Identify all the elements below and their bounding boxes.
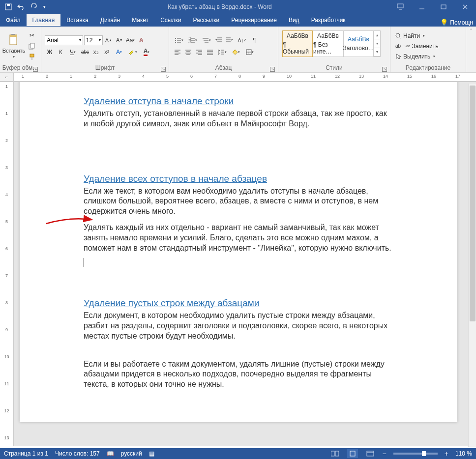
heading-1: Удаление отступа в начале строки bbox=[84, 96, 393, 107]
strike-button[interactable]: abc bbox=[80, 47, 90, 57]
svg-rect-6 bbox=[10, 35, 17, 37]
highlight-icon[interactable]: ▾ bbox=[126, 47, 139, 57]
multilevel-icon[interactable]: ▾ bbox=[200, 35, 213, 45]
status-words[interactable]: Число слов: 157 bbox=[55, 450, 100, 457]
maximize-icon[interactable] bbox=[433, 0, 454, 14]
page: Удаление отступа в начале строки Удалить… bbox=[20, 82, 457, 422]
italic-button[interactable]: К bbox=[56, 47, 65, 57]
select-button[interactable]: Выделить▾ bbox=[393, 52, 463, 61]
align-center-icon[interactable] bbox=[183, 47, 193, 57]
paste-button[interactable]: Вставить ▾ bbox=[2, 28, 26, 64]
text-cursor bbox=[84, 257, 393, 267]
subscript-button[interactable]: x₂ bbox=[91, 47, 101, 57]
close-icon[interactable] bbox=[454, 0, 476, 14]
shading-icon[interactable]: ▾ bbox=[230, 47, 242, 57]
tab-mailings[interactable]: Рассылки bbox=[187, 14, 225, 26]
tab-view[interactable]: Вид bbox=[283, 14, 305, 26]
font-color-icon[interactable]: A▾ bbox=[140, 47, 153, 57]
tab-design[interactable]: Дизайн bbox=[94, 14, 126, 26]
tab-insert[interactable]: Вставка bbox=[60, 14, 94, 26]
collapse-ribbon-icon[interactable]: ˆ bbox=[470, 29, 472, 34]
svg-point-12 bbox=[175, 42, 176, 43]
spellcheck-icon[interactable]: 📖 bbox=[107, 450, 114, 457]
document-viewport[interactable]: Удаление отступа в начале строки Удалить… bbox=[14, 82, 476, 446]
svg-rect-9 bbox=[30, 54, 34, 57]
paragraph-dialog-icon[interactable]: ↘ bbox=[270, 67, 275, 72]
grow-font-icon[interactable]: A▲ bbox=[104, 35, 114, 45]
titlebar: ▾ Как убрать абзац в Ворде.docx - Word bbox=[0, 0, 476, 14]
sort-icon[interactable]: A↓Z bbox=[236, 35, 248, 45]
ruler-horizontal[interactable]: 121234567891011121314151617 bbox=[14, 73, 476, 82]
tab-review[interactable]: Рецензирование bbox=[225, 14, 283, 26]
bullets-icon[interactable]: ▾ bbox=[173, 35, 185, 45]
heading-2: Удаление всех отступов в начале абзацев bbox=[84, 173, 393, 184]
group-font-label: Шрифт bbox=[95, 64, 115, 71]
svg-rect-3 bbox=[441, 5, 446, 9]
format-painter-icon[interactable] bbox=[27, 52, 37, 62]
help-icon[interactable]: 💡 bbox=[440, 19, 448, 26]
replace-button[interactable]: ab→acЗаменить bbox=[393, 42, 463, 51]
qat-more-icon[interactable]: ▾ bbox=[41, 1, 47, 12]
tab-file[interactable]: Файл bbox=[0, 14, 27, 26]
paragraph: Если и вы работаете с таким документом, … bbox=[84, 359, 393, 390]
web-layout-icon[interactable] bbox=[365, 449, 376, 458]
ribbon: Вставить ▾ ✂ Буфер обм…↘ Arial▾ 12▾ A▲ A… bbox=[0, 27, 476, 73]
style-heading1[interactable]: АаБбВв Заголово… bbox=[343, 30, 374, 57]
zoom-level[interactable]: 110 % bbox=[455, 450, 472, 457]
line-spacing-icon[interactable]: ▾ bbox=[216, 47, 229, 57]
paragraph: Удалять каждый из них отдельно - вариант… bbox=[84, 223, 393, 253]
cut-icon[interactable]: ✂ bbox=[27, 30, 37, 40]
text-effects-icon[interactable]: A▾ bbox=[113, 47, 125, 57]
indent-increase-icon[interactable] bbox=[225, 35, 235, 45]
shrink-font-icon[interactable]: A▼ bbox=[115, 35, 124, 45]
scrollbar-vertical[interactable] bbox=[468, 84, 476, 447]
ribbon-options-icon[interactable] bbox=[389, 0, 411, 14]
status-language[interactable]: русский bbox=[121, 450, 142, 457]
zoom-in-icon[interactable]: + bbox=[445, 450, 448, 458]
bold-button[interactable]: Ж bbox=[45, 47, 55, 57]
redo-icon[interactable] bbox=[29, 1, 39, 12]
zoom-slider[interactable] bbox=[393, 453, 438, 455]
save-icon[interactable] bbox=[3, 1, 14, 12]
numbering-icon[interactable]: 123▾ bbox=[186, 35, 199, 45]
undo-icon[interactable] bbox=[16, 1, 27, 12]
status-page[interactable]: Страница 1 из 1 bbox=[4, 450, 48, 457]
font-size-combo[interactable]: 12▾ bbox=[84, 35, 103, 45]
show-marks-icon[interactable]: ¶ bbox=[249, 35, 259, 45]
copy-icon[interactable] bbox=[27, 41, 37, 51]
change-case-icon[interactable]: Aa▾ bbox=[125, 35, 135, 45]
read-mode-icon[interactable] bbox=[329, 449, 340, 458]
superscript-button[interactable]: x² bbox=[102, 47, 112, 57]
font-name-combo[interactable]: Arial▾ bbox=[45, 35, 83, 45]
tab-developer[interactable]: Разработчик bbox=[305, 14, 352, 26]
style-normal[interactable]: АаБбВв ¶ Обычный bbox=[282, 30, 313, 57]
minimize-icon[interactable] bbox=[411, 0, 433, 14]
clipboard-dialog-icon[interactable]: ↘ bbox=[33, 67, 38, 72]
print-layout-icon[interactable] bbox=[347, 449, 358, 458]
svg-rect-19 bbox=[335, 451, 339, 456]
find-button[interactable]: Найти▾ bbox=[393, 31, 463, 40]
align-right-icon[interactable] bbox=[194, 47, 204, 57]
styles-dialog-icon[interactable]: ↘ bbox=[382, 67, 387, 72]
tab-references[interactable]: Ссылки bbox=[154, 14, 187, 26]
macro-icon[interactable]: ▦ bbox=[149, 450, 154, 457]
svg-point-10 bbox=[175, 38, 176, 39]
align-left-icon[interactable] bbox=[173, 47, 182, 57]
style-no-spacing[interactable]: АаБбВв ¶ Без инте… bbox=[313, 30, 343, 57]
tab-home[interactable]: Главная bbox=[27, 14, 61, 26]
zoom-out-icon[interactable]: − bbox=[383, 450, 387, 458]
borders-icon[interactable]: ▾ bbox=[243, 47, 256, 57]
ruler-vertical[interactable]: 112345678910111213 bbox=[0, 82, 14, 446]
justify-icon[interactable] bbox=[205, 47, 215, 57]
ribbon-tabs: Файл Главная Вставка Дизайн Макет Ссылки… bbox=[0, 14, 476, 27]
underline-button[interactable]: Ч▾ bbox=[66, 47, 79, 57]
tab-help[interactable]: Помощн bbox=[450, 19, 473, 26]
indent-decrease-icon[interactable] bbox=[214, 35, 224, 45]
group-styles-label: Стили bbox=[326, 64, 343, 71]
scrollbar-thumb[interactable] bbox=[470, 86, 476, 321]
style-gallery-scroll[interactable]: ▴▾▾ bbox=[374, 30, 381, 57]
font-dialog-icon[interactable]: ↘ bbox=[161, 67, 166, 72]
tab-layout[interactable]: Макет bbox=[126, 14, 154, 26]
svg-rect-1 bbox=[7, 4, 10, 6]
clear-format-icon[interactable]: A̷ bbox=[136, 35, 146, 45]
